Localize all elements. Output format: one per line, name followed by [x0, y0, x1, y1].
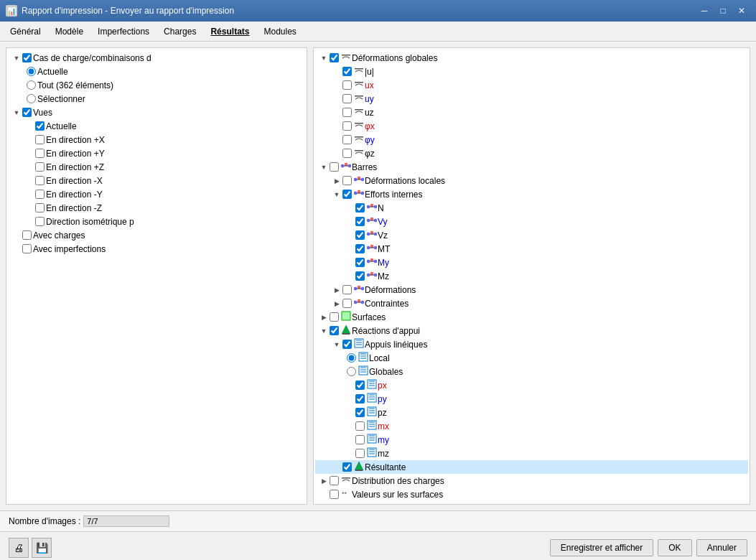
- checkbox-avec-charges[interactable]: [22, 230, 32, 240]
- checkbox-Mz[interactable]: [355, 271, 365, 281]
- checkbox-mz[interactable]: [355, 449, 365, 458]
- tab-charges[interactable]: Charges: [157, 24, 203, 39]
- checkbox-valeurs-surf[interactable]: [330, 490, 339, 499]
- tree-item-dir-py[interactable]: En direction +Y: [8, 146, 305, 160]
- cancel-button[interactable]: Annuler: [696, 539, 747, 556]
- expand-icon[interactable]: ▼: [319, 163, 328, 172]
- checkbox-dir-ny[interactable]: [35, 190, 45, 199]
- checkbox-px[interactable]: [355, 381, 365, 390]
- tree-item-u-abs[interactable]: |u|: [315, 65, 748, 78]
- tree-item-px[interactable]: px: [315, 378, 748, 392]
- tree-item-dir-px[interactable]: En direction +X: [8, 133, 305, 146]
- checkbox-dir-py[interactable]: [35, 149, 45, 158]
- tree-item-actuelle[interactable]: Actuelle: [8, 65, 305, 78]
- tree-item-efforts[interactable]: ▼ Efforts internes: [315, 187, 748, 201]
- tab-imperfections[interactable]: Imperfections: [90, 24, 157, 39]
- checkbox-deformations-b[interactable]: [342, 285, 352, 294]
- tree-item-dir-pz[interactable]: En direction +Z: [8, 160, 305, 174]
- checkbox-ux[interactable]: [342, 80, 352, 90]
- tree-item-phiz[interactable]: φz: [315, 146, 748, 160]
- tree-item-contraintes[interactable]: ▶ Contraintes: [315, 297, 748, 310]
- tree-item-barres[interactable]: ▼ Barres: [315, 160, 748, 174]
- expand-icon[interactable]: ▼: [319, 54, 328, 62]
- checkbox-phix[interactable]: [342, 121, 352, 131]
- checkbox-pz[interactable]: [355, 408, 365, 417]
- expand-icon[interactable]: ▼: [12, 108, 21, 117]
- tree-item-vue-actuelle[interactable]: Actuelle: [8, 119, 305, 133]
- checkbox-reactions[interactable]: [330, 326, 339, 335]
- maximize-button[interactable]: □: [714, 4, 732, 18]
- tab-general[interactable]: Général: [3, 24, 48, 39]
- close-button[interactable]: ✕: [733, 4, 750, 18]
- tree-item-mz[interactable]: mz: [315, 447, 748, 460]
- tree-item-mx[interactable]: mx: [315, 419, 748, 433]
- tree-item-uz[interactable]: uz: [315, 106, 748, 119]
- checkbox-Vz[interactable]: [355, 230, 365, 240]
- radio-globales[interactable]: [347, 367, 356, 376]
- checkbox-appuis-lin[interactable]: [342, 340, 352, 349]
- tree-item-def-loc[interactable]: ▶ Déformations locales: [315, 174, 748, 187]
- checkbox-uz[interactable]: [342, 108, 352, 117]
- checkbox-efforts[interactable]: [342, 190, 352, 199]
- radio-tout[interactable]: [27, 80, 36, 90]
- tree-item-pz[interactable]: pz: [315, 406, 748, 419]
- tree-item-globales[interactable]: Globales: [315, 365, 748, 378]
- tree-item-distrib[interactable]: ▶ Distribution des charges: [315, 474, 748, 487]
- tree-item-dir-ny[interactable]: En direction -Y: [8, 187, 305, 201]
- tree-item-phix[interactable]: φx: [315, 119, 748, 133]
- checkbox-uy[interactable]: [342, 94, 352, 103]
- save-display-button[interactable]: Enregistrer et afficher: [550, 539, 654, 556]
- tree-item-ux[interactable]: ux: [315, 78, 748, 92]
- expand-icon[interactable]: ▼: [332, 190, 341, 199]
- expand-icon[interactable]: ▶: [319, 313, 328, 322]
- expand-icon[interactable]: ▼: [332, 340, 341, 349]
- ok-button[interactable]: OK: [658, 539, 691, 556]
- checkbox-phiz[interactable]: [342, 149, 352, 158]
- checkbox-My[interactable]: [355, 258, 365, 267]
- checkbox-contraintes[interactable]: [342, 299, 352, 308]
- tree-item-Mz[interactable]: Mz: [315, 269, 748, 283]
- expand-icon[interactable]: ▶: [319, 477, 328, 485]
- tree-item-surfaces[interactable]: ▶ Surfaces: [315, 310, 748, 324]
- tree-item-dir-nx[interactable]: En direction -X: [8, 174, 305, 187]
- checkbox-py[interactable]: [355, 394, 365, 403]
- radio-actuelle[interactable]: [27, 67, 36, 76]
- checkbox-Mt[interactable]: [355, 244, 365, 253]
- tree-item-vues[interactable]: ▼Vues: [8, 106, 305, 119]
- checkbox-mx[interactable]: [355, 421, 365, 431]
- tree-item-selectionner[interactable]: Sélectionner: [8, 92, 305, 106]
- tree-item-dir-nz[interactable]: En direction -Z: [8, 201, 305, 215]
- tree-item-py[interactable]: py: [315, 392, 748, 406]
- checkbox-def-loc[interactable]: [342, 176, 352, 185]
- tab-modules[interactable]: Modules: [256, 24, 303, 39]
- checkbox-my[interactable]: [355, 435, 365, 444]
- tree-item-Vy[interactable]: Vy: [315, 215, 748, 228]
- tree-item-def-glob[interactable]: ▼ Déformations globales: [315, 51, 748, 65]
- tree-item-uy[interactable]: uy: [315, 92, 748, 106]
- expand-icon[interactable]: ▼: [12, 54, 21, 62]
- checkbox-phiy[interactable]: [342, 135, 352, 144]
- checkbox-vues[interactable]: [22, 108, 32, 117]
- radio-selectionner[interactable]: [27, 94, 36, 103]
- tree-item-local[interactable]: Local: [315, 351, 748, 365]
- checkbox-dir-nz[interactable]: [35, 203, 45, 213]
- tree-item-cas[interactable]: ▼Cas de charge/combinaisons d: [8, 51, 305, 65]
- tree-item-avec-imperfections[interactable]: Avec imperfections: [8, 242, 305, 256]
- checkbox-dir-iso[interactable]: [35, 217, 45, 226]
- tree-item-valeurs-surf[interactable]: ** Valeurs sur les surfaces: [315, 487, 748, 501]
- checkbox-Vy[interactable]: [355, 217, 365, 226]
- tab-resultats[interactable]: Résultats: [203, 24, 256, 39]
- expand-icon[interactable]: ▶: [332, 286, 341, 294]
- checkbox-surfaces[interactable]: [330, 312, 339, 322]
- save-icon-button[interactable]: 💾: [32, 538, 52, 558]
- tree-item-tout[interactable]: Tout (362 éléments): [8, 78, 305, 92]
- checkbox-dir-pz[interactable]: [35, 162, 45, 172]
- print-icon-button[interactable]: 🖨: [9, 538, 29, 558]
- tree-item-avec-charges[interactable]: Avec charges: [8, 228, 305, 242]
- checkbox-u-abs[interactable]: [342, 67, 352, 76]
- tree-item-phiy[interactable]: φy: [315, 133, 748, 146]
- checkbox-barres[interactable]: [330, 162, 339, 172]
- tree-item-dir-iso[interactable]: Direction isométrique p: [8, 215, 305, 228]
- tree-item-My[interactable]: My: [315, 256, 748, 269]
- checkbox-avec-imperfections[interactable]: [22, 244, 32, 253]
